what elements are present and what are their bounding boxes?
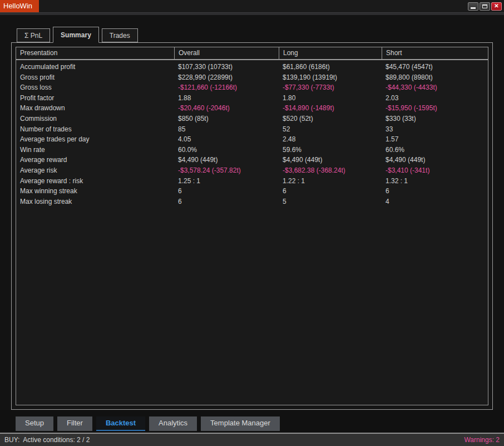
close-icon: ✕ xyxy=(494,3,498,9)
table-row: Commission$850 (85t)$520 (52t)$330 (33t) xyxy=(16,114,488,124)
top-tab-strip: Σ PnLSummaryTrades xyxy=(17,27,504,42)
metric-value-long: $4,490 (449t) xyxy=(279,155,382,165)
tab--pnl[interactable]: Σ PnL xyxy=(17,28,50,42)
column-header-short: Short xyxy=(382,47,488,59)
table-body: Accumulated profit$107,330 (10733t)$61,8… xyxy=(16,60,488,405)
bottom-tab-filter[interactable]: Filter xyxy=(57,416,92,431)
titlebar-spacer xyxy=(39,0,468,12)
metric-value-long: 6 xyxy=(279,186,382,197)
table-row: Gross profit$228,990 (22899t)$139,190 (1… xyxy=(16,72,488,83)
metric-label: Profit factor xyxy=(16,93,174,104)
tab-summary[interactable]: Summary xyxy=(53,27,99,43)
metric-value-long: 52 xyxy=(279,124,382,135)
metric-label: Average trades per day xyxy=(16,134,174,145)
metric-value-overall: 6 xyxy=(174,197,279,207)
metric-value-short: 6 xyxy=(382,186,488,197)
summary-panel: PresentationOverallLongShort Accumulated… xyxy=(11,42,493,410)
metric-value-short: -$15,950 (-1595t) xyxy=(382,103,488,114)
metric-value-long: -$3,682.38 (-368.24t) xyxy=(279,165,382,176)
metric-value-overall: $4,490 (449t) xyxy=(174,155,279,165)
metric-value-long: 1.80 xyxy=(279,93,382,104)
metric-value-long: -$77,330 (-7733t) xyxy=(279,82,382,93)
table-row: Max losing streak654 xyxy=(16,197,488,207)
main-content: Σ PnLSummaryTrades PresentationOverallLo… xyxy=(0,15,504,433)
metric-label: Max losing streak xyxy=(16,197,174,207)
metric-value-short: 1.32 : 1 xyxy=(382,176,488,187)
status-warnings: Warnings: 2 xyxy=(464,436,500,444)
metric-label: Commission xyxy=(16,114,174,124)
minimize-button[interactable] xyxy=(468,2,478,11)
bottom-tab-area: SetupFilterBacktestAnalyticsTemplate Man… xyxy=(0,410,504,433)
table-row: Max drawdown-$20,460 (-2046t)-$14,890 (-… xyxy=(16,103,488,114)
maximize-icon xyxy=(482,4,487,8)
minimize-icon xyxy=(471,7,476,9)
metric-value-overall: 4.05 xyxy=(174,134,279,145)
metric-value-overall: $107,330 (10733t) xyxy=(174,62,279,72)
title-bar: HelloWin ✕ xyxy=(0,0,504,12)
metric-value-overall: -$121,660 (-12166t) xyxy=(174,82,279,93)
column-header-presentation: Presentation xyxy=(16,47,174,59)
bottom-tab-strip: SetupFilterBacktestAnalyticsTemplate Man… xyxy=(0,416,504,433)
window-controls: ✕ xyxy=(468,0,504,12)
table-row: Win rate60.0%59.6%60.6% xyxy=(16,145,488,155)
metric-value-overall: 60.0% xyxy=(174,145,279,155)
column-header-overall: Overall xyxy=(174,47,279,59)
metric-value-overall: $850 (85t) xyxy=(174,114,279,124)
metric-value-long: 1.22 : 1 xyxy=(279,176,382,187)
metric-label: Average reward : risk xyxy=(16,176,174,187)
bottom-tab-analytics[interactable]: Analytics xyxy=(149,416,197,431)
summary-table: PresentationOverallLongShort Accumulated… xyxy=(16,47,488,405)
metric-value-overall: -$3,578.24 (-357.82t) xyxy=(174,165,279,176)
metric-value-short: 33 xyxy=(382,124,488,135)
close-button[interactable]: ✕ xyxy=(491,2,502,11)
metric-value-short: $4,490 (449t) xyxy=(382,155,488,165)
metric-value-short: $89,800 (8980t) xyxy=(382,72,488,83)
table-row: Average risk-$3,578.24 (-357.82t)-$3,682… xyxy=(16,165,488,176)
metric-value-long: 2.48 xyxy=(279,134,382,145)
metric-value-short: $330 (33t) xyxy=(382,114,488,124)
metric-value-short: -$3,410 (-341t) xyxy=(382,165,488,176)
table-row: Average trades per day4.052.481.57 xyxy=(16,134,488,145)
metric-value-long: 59.6% xyxy=(279,145,382,155)
window-title: HelloWin xyxy=(0,0,39,12)
metric-value-short: 60.6% xyxy=(382,145,488,155)
metric-label: Average reward xyxy=(16,155,174,165)
metric-value-overall: 1.88 xyxy=(174,93,279,104)
bottom-tab-setup[interactable]: Setup xyxy=(16,416,53,431)
table-row: Max winning streak666 xyxy=(16,186,488,197)
table-row: Gross loss-$121,660 (-12166t)-$77,330 (-… xyxy=(16,82,488,93)
column-header-long: Long xyxy=(279,47,382,59)
table-row: Number of trades855233 xyxy=(16,124,488,135)
table-header-row: PresentationOverallLongShort xyxy=(16,47,488,60)
metric-value-long: -$14,890 (-1489t) xyxy=(279,103,382,114)
metric-value-overall: 6 xyxy=(174,186,279,197)
bottom-tab-backtest[interactable]: Backtest xyxy=(96,416,145,431)
metric-label: Gross profit xyxy=(16,72,174,83)
metric-value-long: $61,860 (6186t) xyxy=(279,62,382,72)
metric-value-long: $139,190 (13919t) xyxy=(279,72,382,83)
app-window: HelloWin ✕ Σ PnLSummaryTrades Presentati… xyxy=(0,0,504,446)
maximize-button[interactable] xyxy=(480,2,490,11)
metric-label: Win rate xyxy=(16,145,174,155)
tab-trades[interactable]: Trades xyxy=(102,28,138,42)
metric-label: Max drawdown xyxy=(16,103,174,114)
table-row: Average reward : risk1.25 : 11.22 : 11.3… xyxy=(16,176,488,187)
table-row: Profit factor1.881.802.03 xyxy=(16,93,488,104)
metric-value-short: 1.57 xyxy=(382,134,488,145)
metric-value-short: -$44,330 (-4433t) xyxy=(382,82,488,93)
table-row: Average reward$4,490 (449t)$4,490 (449t)… xyxy=(16,155,488,165)
metric-label: Gross loss xyxy=(16,82,174,93)
table-row: Accumulated profit$107,330 (10733t)$61,8… xyxy=(16,62,488,72)
metric-label: Average risk xyxy=(16,165,174,176)
status-bar: BUY: Active conditions: 2 / 2 Warnings: … xyxy=(0,433,504,446)
metric-value-overall: 85 xyxy=(174,124,279,135)
bottom-tab-template-manager[interactable]: Template Manager xyxy=(201,416,280,431)
status-active-conditions: BUY: Active conditions: 2 / 2 xyxy=(4,436,90,444)
metric-value-overall: 1.25 : 1 xyxy=(174,176,279,187)
metric-value-short: 2.03 xyxy=(382,93,488,104)
metric-value-short: 4 xyxy=(382,197,488,207)
metric-label: Accumulated profit xyxy=(16,62,174,72)
metric-label: Max winning streak xyxy=(16,186,174,197)
metric-label: Number of trades xyxy=(16,124,174,135)
metric-value-long: 5 xyxy=(279,197,382,207)
